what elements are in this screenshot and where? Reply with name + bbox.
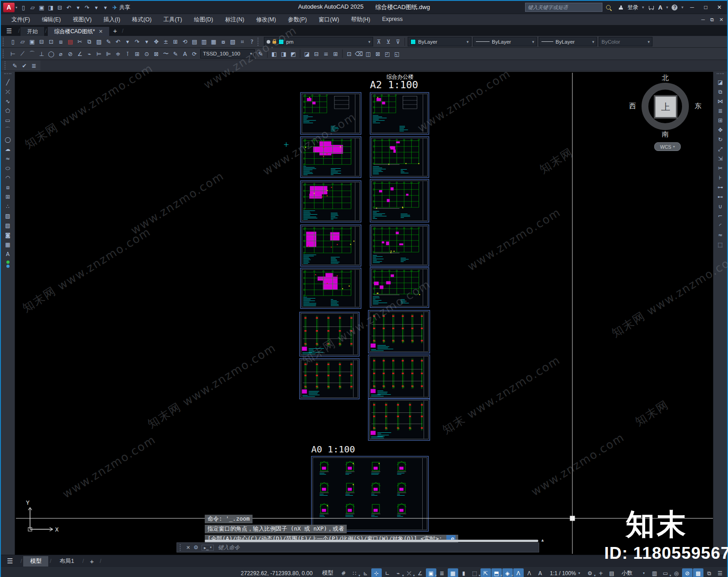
- user-icon[interactable]: [619, 5, 623, 10]
- osnap-tracking-icon[interactable]: ∠: [415, 568, 425, 577]
- redo-icon[interactable]: ↷: [83, 3, 91, 12]
- tssd-wall-icon[interactable]: ◧: [269, 49, 279, 58]
- zoom-realtime-icon[interactable]: ±: [161, 37, 171, 46]
- dim-jogged-icon[interactable]: ⌀: [56, 49, 66, 58]
- window-minimize-button[interactable]: ─: [687, 4, 697, 10]
- toolbar-grip[interactable]: [4, 73, 11, 76]
- toolbar-grip[interactable]: [3, 38, 6, 46]
- dimstyle-caret-icon[interactable]: ▾: [250, 51, 252, 56]
- scroll-arrow-icon[interactable]: ▲: [541, 538, 545, 542]
- autocad-logo-icon[interactable]: A: [3, 3, 15, 12]
- menu-item-9[interactable]: 参数(P): [282, 16, 313, 24]
- undo-caret-icon[interactable]: ▾: [123, 37, 132, 46]
- layer-lock-icon[interactable]: [273, 41, 276, 44]
- dwf-icon[interactable]: ▤: [66, 37, 75, 46]
- tssd-verify-icon[interactable]: ◱: [392, 49, 402, 58]
- dim-quick-icon[interactable]: ⌁: [85, 49, 94, 58]
- annotation-monitor-icon[interactable]: ▤: [607, 568, 617, 577]
- layer-on-icon[interactable]: [267, 40, 270, 44]
- gradient-icon[interactable]: ▧: [2, 221, 13, 230]
- store-cart-icon[interactable]: [649, 6, 654, 9]
- tssd-dim-icon[interactable]: ⊠: [373, 49, 383, 58]
- tssd-stair-icon[interactable]: ≡: [321, 49, 331, 58]
- redo-caret-icon[interactable]: ▾: [92, 3, 101, 12]
- insert-block-icon[interactable]: ⧈: [2, 182, 13, 192]
- hatch-icon[interactable]: ▨: [2, 211, 13, 221]
- viewcube-top-face[interactable]: 上: [655, 96, 676, 117]
- layer-combo-caret-icon[interactable]: ▾: [368, 40, 370, 44]
- toolbar-grip[interactable]: [5, 61, 8, 70]
- move-icon[interactable]: ✥: [715, 125, 726, 135]
- crosshair-icon[interactable]: +: [596, 568, 606, 577]
- tssd-clean-icon[interactable]: ⌫: [354, 49, 364, 58]
- viewcube-west[interactable]: 西: [628, 102, 637, 110]
- menu-item-1[interactable]: 编辑(E): [36, 16, 67, 24]
- tssd-column-icon[interactable]: ◨: [279, 49, 288, 58]
- selection-cycling-icon[interactable]: ▮: [459, 568, 469, 577]
- dim-diameter-icon[interactable]: ⊘: [66, 49, 75, 58]
- color-caret-icon[interactable]: ▾: [466, 40, 469, 44]
- menu-item-5[interactable]: 工具(T): [157, 16, 188, 24]
- gizmo-icon[interactable]: ◈▾: [502, 568, 513, 577]
- annotation-visibility-icon[interactable]: Λ: [513, 568, 524, 577]
- dim-linear-icon[interactable]: ⊢: [8, 49, 18, 58]
- workspace-gear-icon[interactable]: ⚙▾: [585, 568, 595, 577]
- command-input[interactable]: [217, 544, 536, 551]
- share-button[interactable]: ✈ 共享: [112, 4, 130, 11]
- isodraft-icon[interactable]: ⤫▾: [404, 568, 415, 577]
- wrench-icon[interactable]: ⚙: [193, 544, 198, 551]
- save-icon[interactable]: ▣: [27, 37, 37, 46]
- linetype-control-combo[interactable]: ByLayer ▾: [473, 37, 537, 46]
- zoom-window-icon[interactable]: ⊞: [171, 37, 180, 46]
- file-tabs-menu-icon[interactable]: ☰: [1, 25, 17, 36]
- ellipse-icon[interactable]: ⬭: [2, 163, 13, 173]
- cut-icon[interactable]: ✂: [75, 37, 85, 46]
- dim-update-icon[interactable]: ⟳: [190, 49, 199, 58]
- break-point-icon[interactable]: ⊶: [715, 182, 726, 192]
- dim-radius-icon[interactable]: ◯: [46, 49, 56, 58]
- toolbar-grip[interactable]: [258, 38, 261, 46]
- help-caret-icon[interactable]: ▾: [681, 5, 683, 10]
- lineweight-caret-icon[interactable]: ▾: [592, 40, 594, 44]
- ortho-icon[interactable]: ∟: [382, 568, 393, 577]
- search-box[interactable]: [525, 3, 602, 12]
- autodesk-app-icon[interactable]: A: [658, 4, 662, 11]
- new-layout-button[interactable]: +: [85, 557, 98, 565]
- stretch-icon[interactable]: ⇲: [715, 154, 726, 163]
- undo-icon[interactable]: ↶: [113, 37, 123, 46]
- fillet-icon[interactable]: ◜: [715, 221, 726, 230]
- markup-icon[interactable]: ▧: [228, 37, 238, 46]
- layer-properties-icon[interactable]: ▤: [190, 37, 199, 46]
- dim-inspect-icon[interactable]: ⊠: [152, 49, 161, 58]
- undo-icon[interactable]: ↶: [65, 3, 73, 12]
- dimstyle-combo[interactable]: TSSD_100_100 ▾: [200, 49, 255, 59]
- snap-mode-icon[interactable]: ∷▾: [349, 568, 360, 577]
- tab-model[interactable]: 模型: [23, 556, 48, 567]
- center-mark-icon[interactable]: ⊙: [142, 49, 152, 58]
- ellipse-arc-icon[interactable]: ◠: [2, 173, 13, 182]
- rectangle-icon[interactable]: ▭: [2, 115, 13, 125]
- drawing-canvas[interactable]: YX 综合办公楼 A2 1:100 A0 1:100 上 北 南 西 东 WCS…: [15, 72, 713, 555]
- dim-aligned-icon[interactable]: ⟋: [18, 49, 27, 58]
- line-icon[interactable]: ╱: [2, 77, 13, 87]
- search-input[interactable]: [526, 5, 602, 10]
- erase-icon[interactable]: ◪: [715, 77, 726, 87]
- redo-caret-icon[interactable]: ▾: [142, 37, 152, 46]
- command-scrollbar[interactable]: ▲: [205, 540, 538, 542]
- tab-document[interactable]: 综合楼CAD图纸* ✕: [48, 27, 109, 36]
- dim-edit-icon[interactable]: ✎: [171, 49, 180, 58]
- copy-icon[interactable]: ⧉: [85, 37, 94, 46]
- command-prompt-icon[interactable]: ▸_ ▾: [202, 545, 214, 551]
- doc-restore-button[interactable]: ⧉: [710, 17, 714, 23]
- quick-properties-icon[interactable]: ▥: [649, 568, 660, 577]
- spline-icon[interactable]: ≈: [2, 154, 13, 163]
- quickcalc-icon[interactable]: ⌗: [238, 37, 247, 46]
- signin-button[interactable]: 登录: [627, 4, 638, 11]
- offset-icon[interactable]: ≣: [715, 106, 726, 115]
- isolate-objects-icon[interactable]: ◎: [671, 568, 682, 577]
- tab-close-icon[interactable]: ✕: [99, 29, 103, 35]
- dim-space-icon[interactable]: ≑: [113, 49, 123, 58]
- layer-unisolate-icon[interactable]: ⊻: [384, 37, 393, 46]
- layer-isolate-icon[interactable]: ⊼: [374, 37, 384, 46]
- dynamic-input-icon[interactable]: ⊹: [371, 568, 382, 577]
